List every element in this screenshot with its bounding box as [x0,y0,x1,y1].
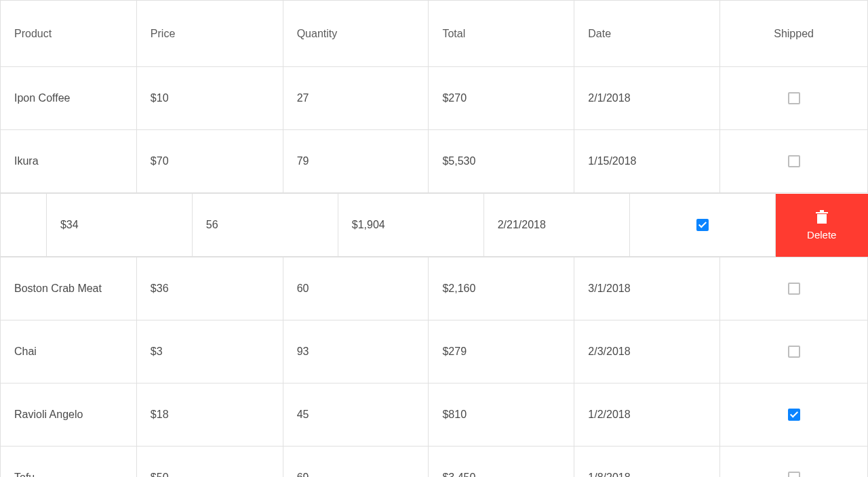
cell-date: 2/21/2018 [484,194,629,257]
cell-total: $279 [429,320,574,383]
cell-quantity: 69 [283,447,429,478]
trash-icon [816,210,828,224]
svg-rect-0 [816,212,828,213]
shipped-checkbox[interactable] [788,409,800,421]
cell-total: $3,450 [429,447,574,478]
cell-date: 1/15/2018 [574,130,720,193]
shipped-checkbox[interactable] [696,219,709,231]
cell-shipped [629,194,775,257]
shipped-checkbox[interactable] [788,472,800,477]
cell-product: Ikura [1,130,137,193]
cell-price: $3 [136,320,283,383]
cell-shipped [720,130,868,193]
cell-shipped [720,320,868,383]
table-header-row: Product Price Quantity Total Date Shippe… [1,1,868,67]
cell-date: 1/8/2018 [574,447,720,478]
cell-date: 2/1/2018 [574,67,720,130]
table-row[interactable]: Chai $3 93 $279 2/3/2018 [1,320,868,383]
shipped-checkbox[interactable] [788,155,800,167]
swiped-row-table: $34 56 $1,904 2/21/2018 Delete [0,193,868,257]
table-row[interactable]: Ravioli Angelo $18 45 $810 1/2/2018 [1,383,868,447]
header-date[interactable]: Date [574,1,720,67]
header-quantity[interactable]: Quantity [283,1,429,67]
cell-quantity: 56 [192,194,338,257]
header-total[interactable]: Total [429,1,574,67]
cell-quantity: 60 [283,257,429,320]
shipped-checkbox[interactable] [788,92,800,104]
cell-total: $810 [429,383,574,447]
cell-total: $2,160 [429,257,574,320]
cell-price: $70 [136,130,283,193]
cell-quantity: 45 [283,383,429,447]
cell-price: $36 [136,257,283,320]
cell-shipped [720,67,868,130]
cell-date: 2/3/2018 [574,320,720,383]
cell-product: Chai [1,320,137,383]
table-row[interactable]: Ikura $70 79 $5,530 1/15/2018 [1,130,868,193]
cell-price: $50 [136,447,283,478]
cell-total: $1,904 [338,194,484,257]
delete-button[interactable]: Delete [776,194,868,257]
cell-product-shifted [1,194,47,257]
cell-product: Ravioli Angelo [1,383,137,447]
table-row[interactable]: Tofu $50 69 $3,450 1/8/2018 [1,447,868,478]
table-row-swiped[interactable]: $34 56 $1,904 2/21/2018 Delete [1,194,869,257]
cell-quantity: 79 [283,130,429,193]
cell-product: Ipon Coffee [1,67,137,130]
header-price[interactable]: Price [136,1,283,67]
cell-price: $18 [136,383,283,447]
cell-price: $10 [136,67,283,130]
cell-total: $270 [429,67,574,130]
products-table-continued: Boston Crab Meat $36 60 $2,160 3/1/2018 … [0,257,868,477]
cell-shipped [720,447,868,478]
products-table: Product Price Quantity Total Date Shippe… [0,0,868,193]
cell-quantity: 93 [283,320,429,383]
shipped-checkbox[interactable] [788,283,800,295]
cell-product: Tofu [1,447,137,478]
table-row[interactable]: Boston Crab Meat $36 60 $2,160 3/1/2018 [1,257,868,320]
delete-label: Delete [807,229,836,241]
cell-shipped [720,383,868,447]
cell-total: $5,530 [429,130,574,193]
svg-rect-1 [820,210,824,212]
delete-action[interactable]: Delete [775,194,868,257]
header-shipped[interactable]: Shipped [720,1,868,67]
cell-date: 3/1/2018 [574,257,720,320]
table-row[interactable]: Ipon Coffee $10 27 $270 2/1/2018 [1,67,868,130]
cell-quantity: 27 [283,67,429,130]
cell-product: Boston Crab Meat [1,257,137,320]
header-product[interactable]: Product [1,1,137,67]
cell-date: 1/2/2018 [574,383,720,447]
cell-shipped [720,257,868,320]
shipped-checkbox[interactable] [788,346,800,358]
cell-price: $34 [46,194,192,257]
